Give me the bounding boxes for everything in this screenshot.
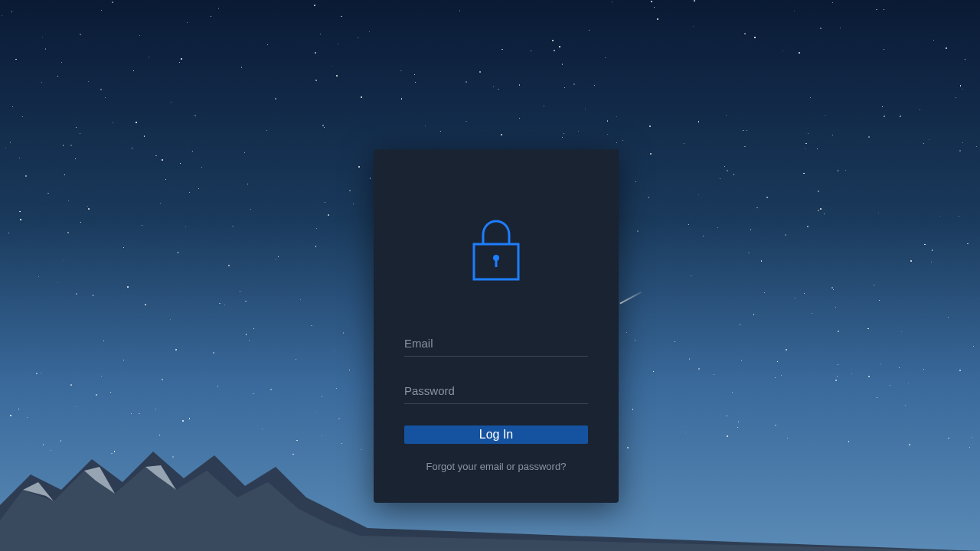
password-field[interactable]: [404, 378, 588, 404]
svg-rect-2: [495, 259, 498, 267]
login-card: Log In Forgot your email or password?: [374, 149, 619, 503]
email-field[interactable]: [404, 331, 588, 357]
lock-icon: [472, 218, 520, 281]
login-button[interactable]: Log In: [404, 425, 588, 444]
forgot-password-link[interactable]: Forgot your email or password?: [426, 461, 567, 472]
